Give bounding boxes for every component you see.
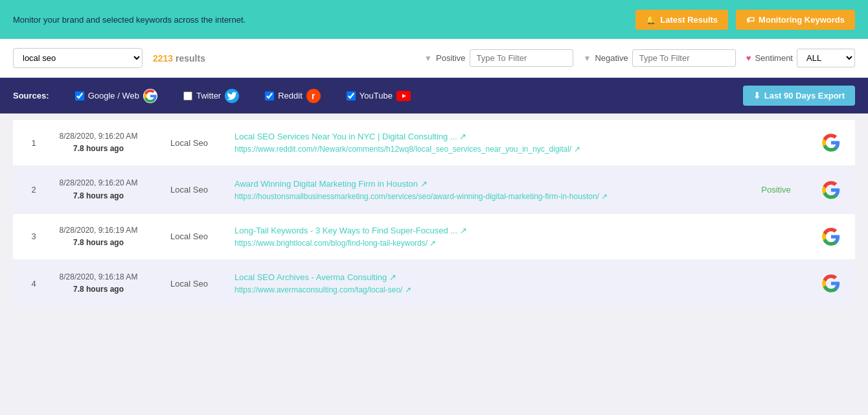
filter-bar: local seo brand name competitor 2213 res…	[0, 39, 868, 78]
heart-icon: ♥	[746, 53, 751, 63]
twitter-checkbox[interactable]	[183, 91, 192, 101]
row-url-link[interactable]: https://www.brightlocal.com/blog/find-lo…	[234, 239, 436, 248]
bell-icon: 🔔	[646, 15, 656, 25]
google-checkbox[interactable]	[75, 91, 84, 101]
reddit-icon: r	[306, 89, 321, 103]
row-number: 4	[21, 279, 47, 289]
source-google[interactable]: Google / Web	[75, 89, 157, 103]
table-row: 3 8/28/2020, 9:16:19 AM 7.8 hours ago Lo…	[13, 214, 855, 259]
row-title-link[interactable]: Award Winning Digital Marketing Firm in …	[234, 179, 731, 189]
row-source	[815, 227, 847, 246]
row-links: Local SEO Archives - Averma Consulting ↗…	[228, 272, 737, 294]
row-date: 8/28/2020, 9:16:20 AM 7.8 hours ago	[47, 177, 150, 202]
table-row: 4 8/28/2020, 9:16:18 AM 7.8 hours ago Lo…	[13, 261, 855, 306]
sources-label: Sources:	[13, 91, 49, 101]
latest-results-button[interactable]: 🔔 Latest Results	[635, 10, 728, 30]
negative-filter-input[interactable]	[632, 49, 736, 67]
results-container: 1 8/28/2020, 9:16:20 AM 7.8 hours ago Lo…	[0, 113, 868, 314]
top-banner: Monitor your brand and selected keywords…	[0, 0, 868, 39]
sources-bar: Sources: Google / Web Twitter Reddit r Y…	[0, 78, 868, 113]
row-source	[815, 133, 847, 152]
row-time-ago: 7.8 hours ago	[73, 144, 124, 153]
positive-label: Positive	[436, 53, 466, 63]
row-source	[815, 180, 847, 200]
row-url-link[interactable]: https://www.avermaconsulting.com/tag/loc…	[234, 285, 411, 294]
row-time-ago: 7.8 hours ago	[73, 238, 124, 247]
banner-text: Monitor your brand and selected keywords…	[13, 15, 246, 25]
row-date: 8/28/2020, 9:16:18 AM 7.8 hours ago	[47, 271, 150, 296]
sentiment-select[interactable]: ALL Positive Negative Neutral	[797, 49, 855, 67]
row-keyword: Local Seo	[150, 185, 228, 195]
results-count: 2213 results	[153, 53, 205, 64]
negative-label: Negative	[595, 53, 628, 63]
source-reddit[interactable]: Reddit r	[265, 89, 321, 103]
row-title-link[interactable]: Long-Tail Keywords - 3 Key Ways to Find …	[234, 226, 731, 235]
youtube-label: YouTube	[360, 91, 393, 101]
row-source	[815, 274, 847, 293]
row-title-link[interactable]: Local SEO Archives - Averma Consulting ↗	[234, 272, 731, 282]
row-number: 1	[21, 138, 47, 148]
row-number: 2	[21, 185, 47, 195]
row-time-ago: 7.8 hours ago	[73, 285, 124, 294]
row-keyword: Local Seo	[150, 231, 228, 241]
row-keyword: Local Seo	[150, 279, 228, 289]
row-time-ago: 7.8 hours ago	[73, 191, 124, 200]
keyword-select[interactable]: local seo brand name competitor	[13, 48, 143, 68]
tag-icon: 🏷	[746, 15, 755, 25]
monitoring-keywords-button[interactable]: 🏷 Monitoring Keywords	[736, 10, 855, 30]
twitter-label: Twitter	[196, 91, 221, 101]
row-sentiment: Positive	[737, 185, 815, 195]
google-label: Google / Web	[88, 91, 139, 101]
row-title-link[interactable]: Local SEO Services Near You in NYC | Dig…	[234, 132, 731, 141]
positive-filter-input[interactable]	[470, 49, 573, 67]
row-url-link[interactable]: https://www.reddit.com/r/Newark/comments…	[234, 145, 580, 154]
source-twitter[interactable]: Twitter	[183, 89, 239, 103]
sentiment-group: ♥ Sentiment ALL Positive Negative Neutra…	[746, 49, 855, 67]
export-button[interactable]: ⬇ Last 90 Days Export	[743, 86, 855, 106]
table-row: 2 8/28/2020, 9:16:20 AM 7.8 hours ago Lo…	[13, 167, 855, 212]
row-links: Local SEO Services Near You in NYC | Dig…	[228, 132, 737, 154]
reddit-label: Reddit	[278, 91, 303, 101]
svg-marker-0	[402, 94, 406, 98]
filter-icon-positive: ▼	[424, 54, 432, 63]
row-number: 3	[21, 231, 47, 241]
row-links: Award Winning Digital Marketing Firm in …	[228, 179, 737, 201]
sentiment-label: Sentiment	[755, 53, 793, 63]
table-row: 1 8/28/2020, 9:16:20 AM 7.8 hours ago Lo…	[13, 120, 855, 165]
positive-filter-group: ▼ Positive	[424, 49, 573, 67]
twitter-icon	[225, 89, 239, 103]
google-icon	[143, 89, 157, 103]
row-links: Long-Tail Keywords - 3 Key Ways to Find …	[228, 226, 737, 248]
youtube-icon	[396, 91, 411, 101]
row-date: 8/28/2020, 9:16:20 AM 7.8 hours ago	[47, 130, 150, 155]
row-keyword: Local Seo	[150, 138, 228, 148]
banner-buttons: 🔔 Latest Results 🏷 Monitoring Keywords	[635, 10, 855, 30]
reddit-checkbox[interactable]	[265, 91, 274, 101]
download-icon: ⬇	[753, 91, 760, 101]
youtube-checkbox[interactable]	[347, 91, 356, 101]
row-url-link[interactable]: https://houstonsmallbusinessmarketing.co…	[234, 192, 608, 201]
filter-icon-negative: ▼	[584, 54, 591, 63]
row-date: 8/28/2020, 9:16:19 AM 7.8 hours ago	[47, 224, 150, 249]
negative-filter-group: ▼ Negative	[584, 49, 736, 67]
source-youtube[interactable]: YouTube	[347, 91, 411, 101]
